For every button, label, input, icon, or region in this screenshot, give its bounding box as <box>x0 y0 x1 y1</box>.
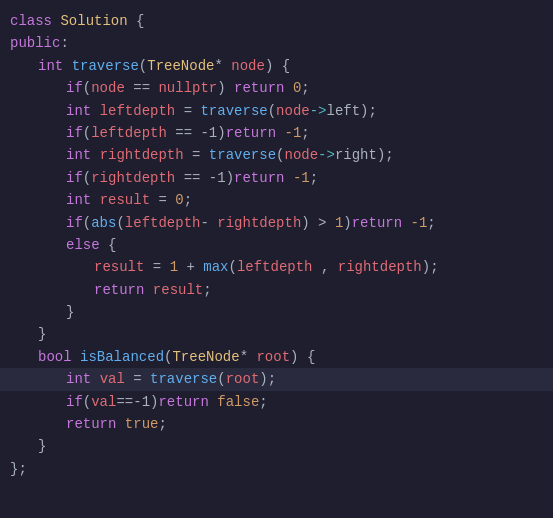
token-plain: ); <box>259 368 276 390</box>
token-var: node <box>276 100 310 122</box>
token-plain: ( <box>164 346 172 368</box>
token-plain: == -1) <box>167 122 226 144</box>
token-plain: right); <box>335 144 394 166</box>
token-kw: if <box>66 167 83 189</box>
code-line: class Solution { <box>0 10 553 32</box>
code-line: if(leftdepth == -1)return -1; <box>0 122 553 144</box>
token-var: rightdepth <box>100 144 184 166</box>
token-kw: return <box>226 122 276 144</box>
token-plain: ) { <box>290 346 315 368</box>
token-plain: == -1) <box>175 167 234 189</box>
token-arrow: -> <box>310 100 327 122</box>
token-plain: * <box>240 346 257 368</box>
token-num: 0 <box>175 189 183 211</box>
token-fn: traverse <box>150 368 217 390</box>
token-kw: if <box>66 212 83 234</box>
token-var: val <box>100 368 125 390</box>
token-var: root <box>256 346 290 368</box>
token-kw: return <box>94 279 144 301</box>
token-num: 1 <box>335 212 343 234</box>
token-kw: if <box>66 77 83 99</box>
token-bool-val: true <box>125 413 159 435</box>
code-line: if(rightdepth == -1)return -1; <box>0 167 553 189</box>
code-line: int traverse(TreeNode* node) { <box>0 55 553 77</box>
code-editor: class Solution {public:int traverse(Tree… <box>0 0 553 518</box>
token-plain: ) > <box>301 212 335 234</box>
token-plain: * <box>214 55 231 77</box>
token-plain <box>72 346 80 368</box>
token-plain: ; <box>301 77 309 99</box>
code-line: if(val==-1)return false; <box>0 391 553 413</box>
token-var: rightdepth <box>91 167 175 189</box>
code-line: }; <box>0 458 553 480</box>
token-plain <box>91 100 99 122</box>
token-var: node <box>284 144 318 166</box>
token-fn: max <box>203 256 228 278</box>
token-plain <box>91 144 99 166</box>
token-plain: }; <box>10 458 27 480</box>
token-fn: isBalanced <box>80 346 164 368</box>
token-plain <box>284 167 292 189</box>
token-var: leftdepth <box>91 122 167 144</box>
token-plain: ( <box>116 212 124 234</box>
token-plain: ( <box>83 77 91 99</box>
token-plain: ; <box>158 413 166 435</box>
token-fn: traverse <box>72 55 139 77</box>
token-plain <box>276 122 284 144</box>
token-type: TreeNode <box>147 55 214 77</box>
code-line: int leftdepth = traverse(node->left); <box>0 100 553 122</box>
token-kw: return <box>158 391 208 413</box>
token-plain: left); <box>327 100 377 122</box>
token-kw: if <box>66 122 83 144</box>
token-kw: int <box>38 55 63 77</box>
token-plain <box>116 413 124 435</box>
token-plain <box>209 391 217 413</box>
token-plain <box>284 77 292 99</box>
token-kw: return <box>66 413 116 435</box>
token-var: node <box>231 55 265 77</box>
token-plain: ==-1) <box>116 391 158 413</box>
token-plain <box>63 55 71 77</box>
token-var: rightdepth <box>217 212 301 234</box>
token-plain: ; <box>310 167 318 189</box>
token-plain: ; <box>427 212 435 234</box>
token-plain: ( <box>268 100 276 122</box>
token-kw: class <box>10 10 52 32</box>
token-var: node <box>91 77 125 99</box>
token-num: 1 <box>170 256 178 278</box>
token-var: leftdepth <box>125 212 201 234</box>
code-line: int val = traverse(root); <box>0 368 553 390</box>
token-kw: if <box>66 391 83 413</box>
token-plain: ; <box>259 391 267 413</box>
token-var: result <box>153 279 203 301</box>
token-plain: ; <box>301 122 309 144</box>
token-kw: int <box>66 144 91 166</box>
token-plain: : <box>60 32 68 54</box>
token-arrow: -> <box>318 144 335 166</box>
token-plain: { <box>100 234 117 256</box>
code-line: } <box>0 301 553 323</box>
token-plain: ( <box>83 391 91 413</box>
token-kw: bool <box>38 346 72 368</box>
token-plain: ) { <box>265 55 290 77</box>
token-plain: ( <box>83 122 91 144</box>
token-var: root <box>226 368 260 390</box>
token-bool-val: false <box>217 391 259 413</box>
token-type: TreeNode <box>172 346 239 368</box>
token-plain: = <box>150 189 175 211</box>
token-plain: ); <box>422 256 439 278</box>
token-plain: ( <box>217 368 225 390</box>
token-var: result <box>100 189 150 211</box>
token-plain: = <box>144 256 169 278</box>
token-plain: = <box>175 100 200 122</box>
token-plain <box>402 212 410 234</box>
token-plain: } <box>38 435 46 457</box>
token-plain: } <box>66 301 74 323</box>
token-plain: ( <box>276 144 284 166</box>
token-var: result <box>94 256 144 278</box>
token-num: -1 <box>293 167 310 189</box>
token-plain <box>144 279 152 301</box>
token-plain: == <box>125 77 159 99</box>
code-line: } <box>0 435 553 457</box>
token-var: val <box>91 391 116 413</box>
